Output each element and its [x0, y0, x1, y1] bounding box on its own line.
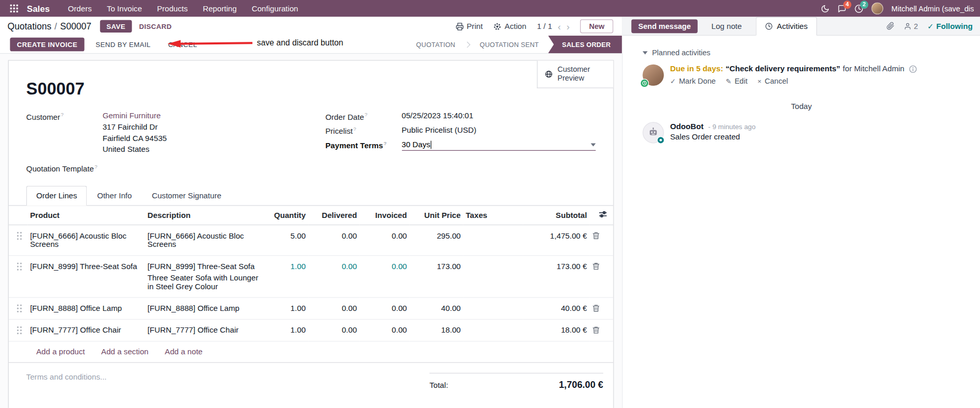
cell-quantity[interactable]: 1.00 — [263, 320, 308, 341]
cell-product[interactable]: [FURN_8888] Office Lamp — [27, 297, 145, 319]
user-name[interactable]: Mitchell Admin (save_discar — [891, 4, 974, 13]
edit-activity-button[interactable]: ✎Edit — [726, 77, 747, 86]
header-subtotal[interactable]: Subtotal — [523, 206, 589, 225]
menu-configuration[interactable]: Configuration — [245, 1, 305, 16]
cell-taxes[interactable] — [463, 320, 523, 341]
cell-description[interactable]: [FURN_6666] Acoustic Bloc Screens — [145, 225, 263, 256]
pager-previous-icon[interactable]: ‹ — [558, 22, 561, 31]
apps-grid-icon[interactable] — [6, 4, 22, 12]
send-by-email-button[interactable]: SEND BY EMAIL — [89, 38, 157, 52]
cell-product[interactable]: [FURN_8999] Three-Seat Sofa — [27, 256, 145, 297]
header-unit-price[interactable]: Unit Price — [409, 206, 463, 225]
cancel-button[interactable]: CANCEL — [162, 38, 203, 52]
cell-taxes[interactable] — [463, 256, 523, 297]
mark-done-button[interactable]: ✓Mark Done — [670, 77, 716, 86]
delete-line-button[interactable] — [589, 256, 613, 297]
pager-next-icon[interactable]: › — [567, 22, 570, 31]
tab-other-info[interactable]: Other Info — [87, 186, 142, 206]
cell-description[interactable]: [FURN_8999] Three-Seat Sofa Three Seater… — [145, 256, 263, 297]
terms-placeholder[interactable]: Terms and conditions... — [9, 373, 429, 390]
new-button[interactable]: New — [580, 20, 613, 34]
breadcrumb-quotations[interactable]: Quotations — [8, 21, 52, 31]
cell-unit-price[interactable]: 18.00 — [409, 320, 463, 341]
moon-icon[interactable] — [821, 4, 829, 13]
activities-tab-label: Activities — [777, 22, 808, 30]
menu-orders[interactable]: Orders — [61, 1, 99, 16]
cell-invoiced[interactable]: 0.00 — [359, 225, 409, 256]
save-button[interactable]: SAVE — [100, 20, 132, 33]
drag-handle-icon[interactable] — [9, 256, 27, 297]
header-quantity[interactable]: Quantity — [263, 206, 308, 225]
menu-reporting[interactable]: Reporting — [196, 1, 244, 16]
cancel-activity-button[interactable]: ×Cancel — [758, 77, 788, 86]
menu-products[interactable]: Products — [150, 1, 195, 16]
order-date-value[interactable]: 05/25/2023 15:40:01 — [401, 112, 596, 120]
delete-line-button[interactable] — [589, 297, 613, 319]
messages-icon[interactable]: 4 — [838, 4, 846, 13]
create-invoice-button[interactable]: CREATE INVOICE — [10, 38, 84, 52]
cell-invoiced[interactable]: 0.00 — [359, 297, 409, 319]
attachments-button[interactable] — [887, 22, 895, 30]
cell-invoiced[interactable]: 0.00 — [359, 320, 409, 341]
header-taxes[interactable]: Taxes — [463, 206, 523, 225]
action-button[interactable]: Action — [493, 22, 526, 30]
cell-taxes[interactable] — [463, 297, 523, 319]
cell-unit-price[interactable]: 173.00 — [409, 256, 463, 297]
cell-invoiced[interactable]: 0.00 — [359, 256, 409, 297]
stage-quotation-sent[interactable]: QUOTATION SENT — [470, 36, 548, 53]
cell-product[interactable]: [FURN_7777] Office Chair — [27, 320, 145, 341]
activities-clock-icon[interactable]: 2 — [855, 4, 863, 13]
delete-line-button[interactable] — [589, 320, 613, 341]
pricelist-value[interactable]: Public Pricelist (USD) — [401, 126, 596, 135]
user-menu[interactable] — [872, 3, 883, 14]
column-options-icon[interactable] — [599, 210, 607, 218]
menu-to-invoice[interactable]: To Invoice — [100, 1, 149, 16]
chevron-down-icon[interactable] — [591, 143, 596, 146]
send-message-button[interactable]: Send message — [631, 19, 697, 33]
info-icon[interactable] — [909, 65, 917, 73]
payment-terms-input[interactable]: 30 Days — [401, 140, 596, 151]
discard-button[interactable]: DISCARD — [134, 20, 177, 33]
drag-handle-icon[interactable] — [9, 297, 27, 319]
customer-preview-button[interactable]: Customer Preview — [537, 60, 614, 88]
drag-handle-icon[interactable] — [9, 320, 27, 341]
activities-tab[interactable]: Activities — [756, 17, 817, 36]
cell-quantity[interactable]: 1.00 — [263, 297, 308, 319]
cell-quantity[interactable]: 5.00 — [263, 225, 308, 256]
log-note-button[interactable]: Log note — [708, 21, 745, 31]
cell-delivered[interactable]: 0.00 — [308, 225, 359, 256]
check-icon: ✓ — [670, 77, 676, 86]
add-product-link[interactable]: Add a product — [36, 347, 85, 356]
cell-quantity[interactable]: 1.00 — [263, 256, 308, 297]
add-section-link[interactable]: Add a section — [101, 347, 149, 356]
header-invoiced[interactable]: Invoiced — [359, 206, 409, 225]
message-author[interactable]: OdooBot — [670, 122, 704, 131]
cell-unit-price[interactable]: 295.00 — [409, 225, 463, 256]
header-description[interactable]: Description — [145, 206, 263, 225]
cell-delivered[interactable]: 0.00 — [308, 320, 359, 341]
cell-delivered[interactable]: 0.00 — [308, 297, 359, 319]
tab-customer-signature[interactable]: Customer Signature — [142, 186, 231, 206]
planned-activities-toggle[interactable]: Planned activities — [642, 48, 970, 57]
header-product[interactable]: Product — [27, 206, 145, 225]
cell-delivered[interactable]: 0.00 — [308, 256, 359, 297]
stage-sales-order[interactable]: SALES ORDER — [548, 36, 622, 53]
header-delivered[interactable]: Delivered — [308, 206, 359, 225]
delete-line-button[interactable] — [589, 225, 613, 256]
drag-handle-icon[interactable] — [9, 225, 27, 256]
quotation-template-field[interactable]: Quotation Template? — [26, 163, 297, 174]
totals-block: Total: 1,706.00 € — [429, 373, 603, 390]
customer-link[interactable]: Gemini Furniture — [103, 112, 161, 120]
print-button[interactable]: Print — [455, 22, 483, 30]
tab-order-lines[interactable]: Order Lines — [26, 186, 87, 206]
cell-description[interactable]: [FURN_8888] Office Lamp — [145, 297, 263, 319]
add-note-link[interactable]: Add a note — [165, 347, 202, 356]
followers-button[interactable]: 2 — [904, 22, 918, 30]
cell-description[interactable]: [FURN_7777] Office Chair — [145, 320, 263, 341]
app-name[interactable]: Sales — [27, 4, 50, 13]
following-button[interactable]: ✓ Following — [927, 22, 973, 30]
cell-unit-price[interactable]: 40.00 — [409, 297, 463, 319]
cell-taxes[interactable] — [463, 225, 523, 256]
stage-quotation[interactable]: QUOTATION — [407, 36, 464, 53]
cell-product[interactable]: [FURN_6666] Acoustic Bloc Screens — [27, 225, 145, 256]
